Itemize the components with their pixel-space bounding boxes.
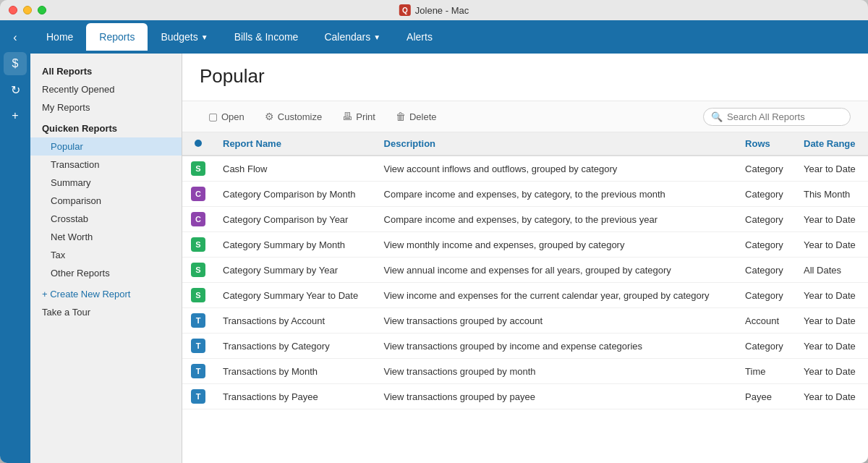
maximize-button[interactable] — [38, 6, 46, 14]
row-rows: Category — [736, 334, 795, 359]
nav-alerts[interactable]: Alerts — [393, 23, 446, 51]
sidebar-item-summary[interactable]: Summary — [30, 174, 182, 192]
nav-reports[interactable]: Reports — [86, 23, 148, 51]
sidebar-item-comparison[interactable]: Comparison — [30, 192, 182, 210]
page-header: Popular — [182, 54, 868, 101]
table-row[interactable]: T Transactions by Payee View transaction… — [182, 384, 868, 409]
sidebar-item-my-reports[interactable]: My Reports — [30, 98, 182, 116]
row-icon-cell: S — [182, 283, 214, 308]
row-icon-cell: S — [182, 232, 214, 258]
row-report-name[interactable]: Cash Flow — [214, 156, 375, 182]
table-row[interactable]: C Category Comparison by Year Compare in… — [182, 207, 868, 232]
sidebar-item-transaction[interactable]: Transaction — [30, 156, 182, 174]
table-row[interactable]: S Category Summary by Year View annual i… — [182, 258, 868, 283]
page-title: Popular — [200, 65, 851, 88]
table-row[interactable]: S Cash Flow View account inflows and out… — [182, 156, 868, 182]
nav-budgets[interactable]: Budgets ▼ — [148, 23, 221, 51]
customize-label: Customize — [278, 111, 322, 122]
open-label: Open — [221, 111, 244, 122]
table-row[interactable]: T Transactions by Category View transact… — [182, 334, 868, 359]
row-rows: Category — [736, 258, 795, 283]
print-button[interactable]: 🖶 Print — [333, 107, 384, 126]
budgets-dropdown-arrow: ▼ — [201, 33, 208, 41]
create-new-report-button[interactable]: + Create New Report — [30, 285, 182, 303]
minimize-button[interactable] — [23, 6, 32, 14]
row-description: View income and expenses for the current… — [375, 283, 737, 308]
search-input[interactable] — [727, 111, 843, 122]
calendars-dropdown-arrow: ▼ — [373, 33, 380, 41]
toolbar: ▢ Open ⚙ Customize 🖶 Print 🗑 — [182, 101, 868, 132]
open-button[interactable]: ▢ Open — [200, 107, 253, 126]
search-box: 🔍 — [703, 108, 851, 126]
row-report-name[interactable]: Category Summary Year to Date — [214, 283, 375, 308]
row-report-name[interactable]: Category Summary by Year — [214, 258, 375, 283]
table-row[interactable]: S Category Summary Year to Date View inc… — [182, 283, 868, 308]
row-report-name[interactable]: Transactions by Category — [214, 334, 375, 359]
row-icon-cell: T — [182, 308, 214, 334]
row-report-name[interactable]: Transactions by Month — [214, 359, 375, 384]
rail-dollar-button[interactable]: $ — [4, 52, 27, 75]
rail-nav-button[interactable]: ‹ — [4, 26, 27, 49]
report-type-icon: S — [191, 237, 205, 252]
trash-icon: 🗑 — [396, 111, 406, 122]
sidebar-item-crosstab[interactable]: Crosstab — [30, 210, 182, 228]
col-report-name[interactable]: Report Name — [214, 132, 375, 156]
row-rows: Category — [736, 283, 795, 308]
report-type-icon: T — [191, 364, 205, 378]
row-date-range: All Dates — [795, 258, 868, 283]
row-report-name[interactable]: Category Comparison by Month — [214, 182, 375, 207]
print-label: Print — [356, 111, 375, 122]
report-type-icon: T — [191, 389, 205, 404]
row-date-range: Year to Date — [795, 283, 868, 308]
row-report-name[interactable]: Category Summary by Month — [214, 232, 375, 258]
report-type-icon: T — [191, 339, 205, 353]
row-date-range: Year to Date — [795, 308, 868, 334]
row-rows: Category — [736, 156, 795, 182]
sidebar-item-tax[interactable]: Tax — [30, 246, 182, 264]
row-report-name[interactable]: Category Comparison by Year — [214, 207, 375, 232]
row-icon-cell: S — [182, 156, 214, 182]
left-rail: ‹ $ ↻ + — [0, 20, 30, 463]
sidebar-item-all-reports[interactable]: All Reports — [30, 62, 182, 80]
report-type-icon: S — [191, 161, 205, 176]
report-type-icon: C — [191, 212, 205, 226]
page-area: All Reports Recently Opened My Reports Q… — [30, 54, 868, 463]
close-button[interactable] — [9, 6, 17, 14]
rail-add-button[interactable]: + — [4, 104, 27, 127]
row-date-range: This Month — [795, 182, 868, 207]
row-icon-cell: T — [182, 384, 214, 409]
customize-button[interactable]: ⚙ Customize — [256, 107, 331, 126]
row-description: View transactions grouped by payee — [375, 384, 737, 409]
nav-bills-income[interactable]: Bills & Income — [221, 23, 312, 51]
sidebar-item-net-worth[interactable]: Net Worth — [30, 228, 182, 246]
table-row[interactable]: T Transactions by Month View transaction… — [182, 359, 868, 384]
search-icon: 🔍 — [711, 111, 723, 122]
window-title: Q Jolene - Mac — [399, 4, 469, 16]
sidebar-item-popular[interactable]: Popular — [30, 137, 182, 156]
take-a-tour-button[interactable]: Take a Tour — [30, 303, 182, 321]
row-description: View transactions grouped by account — [375, 308, 737, 334]
nav-home[interactable]: Home — [33, 23, 86, 51]
col-date-range[interactable]: Date Range — [795, 132, 868, 156]
row-date-range: Year to Date — [795, 384, 868, 409]
sidebar-item-other-reports[interactable]: Other Reports — [30, 264, 182, 282]
row-date-range: Year to Date — [795, 359, 868, 384]
delete-button[interactable]: 🗑 Delete — [387, 107, 446, 126]
row-report-name[interactable]: Transactions by Payee — [214, 384, 375, 409]
table-row[interactable]: T Transactions by Account View transacti… — [182, 308, 868, 334]
open-icon: ▢ — [208, 111, 218, 122]
col-description[interactable]: Description — [375, 132, 737, 156]
row-date-range: Year to Date — [795, 207, 868, 232]
nav-calendars[interactable]: Calendars ▼ — [311, 23, 393, 51]
rail-refresh-button[interactable]: ↻ — [4, 78, 27, 101]
row-rows: Account — [736, 308, 795, 334]
row-report-name[interactable]: Transactions by Account — [214, 308, 375, 334]
table-row[interactable]: S Category Summary by Month View monthly… — [182, 232, 868, 258]
gear-icon: ⚙ — [265, 111, 274, 122]
title-text: Jolene - Mac — [415, 5, 469, 16]
report-type-icon: S — [191, 288, 205, 302]
sidebar-item-recently-opened[interactable]: Recently Opened — [30, 80, 182, 98]
col-rows[interactable]: Rows — [736, 132, 795, 156]
content-area: Popular ▢ Open ⚙ Customize 🖶 — [182, 54, 868, 463]
table-row[interactable]: C Category Comparison by Month Compare i… — [182, 182, 868, 207]
